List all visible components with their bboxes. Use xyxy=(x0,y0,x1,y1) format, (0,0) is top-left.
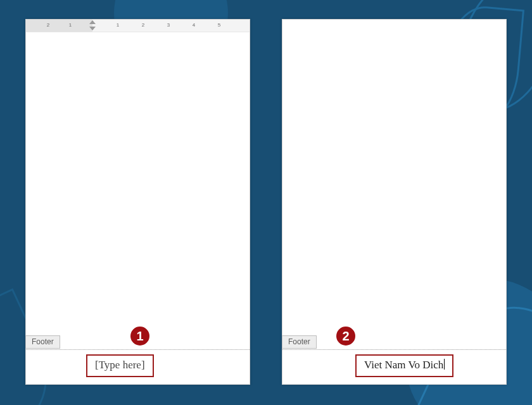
footer-region[interactable]: Footer 2 Viet Nam Vo Dich xyxy=(282,349,506,350)
footer-text-input[interactable]: Viet Nam Vo Dich xyxy=(355,354,453,377)
footer-tag-label: Footer xyxy=(32,337,54,346)
ruler-label: 5 xyxy=(218,22,220,28)
comparison-stage: 2 1 1 2 3 4 5 Footer 1 [Type here] xyxy=(0,0,532,405)
ruler-label: 2 xyxy=(47,22,49,28)
ruler-label: 2 xyxy=(142,22,144,28)
text-cursor-icon xyxy=(444,359,445,370)
document-page-before: 2 1 1 2 3 4 5 Footer 1 [Type here] xyxy=(25,19,250,385)
footer-text-placeholder[interactable]: [Type here] xyxy=(86,354,154,377)
ruler-label: 1 xyxy=(69,22,72,28)
ruler-label: 4 xyxy=(193,22,195,28)
footer-boundary-line xyxy=(282,349,506,350)
step-badge-number: 2 xyxy=(342,329,349,344)
footer-placeholder-text: [Type here] xyxy=(95,359,145,371)
step-badge-1: 1 xyxy=(130,327,149,346)
ruler-label: 3 xyxy=(167,22,170,28)
footer-boundary-line xyxy=(26,349,250,350)
footer-tag[interactable]: Footer xyxy=(282,335,317,349)
footer-typed-text: Viet Nam Vo Dich xyxy=(364,359,443,371)
footer-tag-label: Footer xyxy=(288,337,310,346)
document-page-after: Footer 2 Viet Nam Vo Dich xyxy=(282,19,507,385)
ruler-label: 1 xyxy=(117,22,119,28)
step-badge-2: 2 xyxy=(336,327,355,346)
footer-region[interactable]: Footer 1 [Type here] xyxy=(26,349,250,350)
footer-tag[interactable]: Footer xyxy=(25,335,60,349)
step-badge-number: 1 xyxy=(136,329,143,344)
horizontal-ruler[interactable]: 2 1 1 2 3 4 5 xyxy=(26,20,250,32)
